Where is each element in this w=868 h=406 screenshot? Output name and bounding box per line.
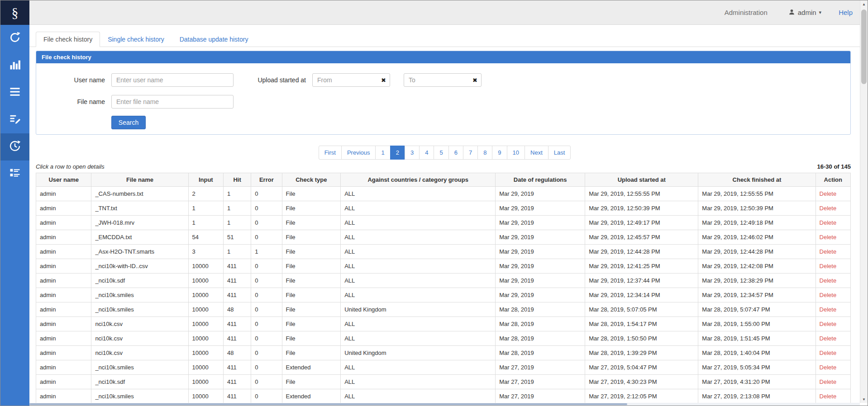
table-row[interactable]: admin_nci10k.sdf100004110FileALLMar 27, … [36, 375, 851, 389]
delete-link[interactable]: Delete [820, 205, 837, 212]
table-cell: _nci10k.sdf [91, 375, 188, 389]
sidebar-item-list[interactable] [0, 79, 29, 106]
page-button-5[interactable]: 5 [434, 146, 448, 160]
action-cell: Delete [816, 346, 850, 360]
action-cell: Delete [816, 187, 850, 201]
horizontal-scrollbar-thumb[interactable] [29, 403, 627, 405]
table-row[interactable]: admin_TNT.txt110FileALLMar 29, 2019Mar 2… [36, 201, 851, 216]
clear-from-icon[interactable]: ✖ [381, 77, 386, 83]
table-cell: _EMCDDA.txt [91, 230, 188, 245]
table-cell: 1 [188, 201, 223, 216]
table-cell: File [282, 201, 341, 216]
page-button-1[interactable]: 1 [375, 146, 390, 160]
user-name-input[interactable] [111, 73, 234, 87]
table-cell: Mar 27, 2019, 2:13:08 PM [698, 389, 816, 403]
table-cell: admin [36, 288, 91, 302]
sidebar-item-reports[interactable] [0, 161, 29, 188]
tab-database-update-history[interactable]: Database update history [172, 32, 256, 47]
delete-link[interactable]: Delete [820, 277, 837, 284]
tab-file-check-history[interactable]: File check history [36, 32, 100, 47]
page-button-3[interactable]: 3 [405, 146, 420, 160]
table-row[interactable]: adminnci10k.csv10000480FileUnited Kingdo… [36, 346, 851, 360]
page-button-6[interactable]: 6 [448, 146, 463, 160]
file-name-input[interactable] [111, 95, 234, 109]
sidebar-item-edit-list[interactable] [0, 106, 29, 133]
table-row[interactable]: admin_nci10k.smiles100004110ExtendedALLM… [36, 360, 851, 375]
table-cell: Mar 29, 2019, 12:50:39 PM [698, 201, 816, 216]
table-cell: 411 [223, 331, 251, 346]
vertical-scrollbar-thumb[interactable] [861, 9, 867, 84]
delete-link[interactable]: Delete [820, 219, 837, 226]
delete-link[interactable]: Delete [820, 190, 837, 197]
delete-link[interactable]: Delete [820, 234, 837, 241]
table-row[interactable]: admin_Asx-H2O-TNT.smarts311FileALLMar 29… [36, 245, 851, 259]
table-row[interactable]: admin_nci10k-with-ID..csv100004110FileAL… [36, 259, 851, 274]
table-cell: 0 [251, 317, 282, 331]
delete-link[interactable]: Delete [820, 349, 837, 356]
table-row[interactable]: admin_nci10k.smiles10000480FileUnited Ki… [36, 302, 851, 317]
table-cell: 0 [251, 302, 282, 317]
delete-link[interactable]: Delete [820, 393, 837, 400]
delete-link[interactable]: Delete [820, 335, 837, 342]
table-cell: Mar 27, 2019, 4:31:20 PM [698, 375, 816, 389]
search-button[interactable]: Search [111, 116, 146, 129]
page-button-next[interactable]: Next [525, 146, 548, 160]
delete-link[interactable]: Delete [820, 378, 837, 385]
table-cell: 10000 [188, 375, 223, 389]
table-row[interactable]: admin_nci10k.smiles100004110ExtendedALLM… [36, 389, 851, 403]
table-cell: 411 [223, 360, 251, 375]
table-cell: Mar 28, 2019 [496, 346, 585, 360]
sidebar-item-refresh[interactable] [0, 25, 29, 52]
sidebar-item-check-history[interactable] [0, 133, 29, 161]
tab-single-check-history[interactable]: Single check history [100, 32, 172, 47]
table-cell: _nci10k.smiles [91, 302, 188, 317]
table-row[interactable]: admin_EMCDDA.txt54510FileALLMar 29, 2019… [36, 230, 851, 245]
delete-link[interactable]: Delete [820, 248, 837, 255]
action-cell: Delete [816, 259, 850, 274]
page-button-4[interactable]: 4 [419, 146, 434, 160]
table-cell: 10000 [188, 259, 223, 274]
table-row[interactable]: admin_nci10k.smiles100004110FileALLMar 2… [36, 288, 851, 302]
table-cell: ALL [341, 230, 496, 245]
table-row[interactable]: admin_CAS-numbers.txt210FileALLMar 29, 2… [36, 187, 851, 201]
table-cell: File [282, 346, 341, 360]
page-button-10[interactable]: 10 [507, 146, 525, 160]
administration-link[interactable]: Administration [725, 9, 768, 16]
table-cell: File [282, 216, 341, 230]
page-button-8[interactable]: 8 [477, 146, 492, 160]
table-row[interactable]: adminnci10k.csv100004110FileALLMar 28, 2… [36, 331, 851, 346]
vertical-scrollbar[interactable]: ▲ ▼ [860, 0, 868, 403]
app-logo-icon[interactable]: § [0, 0, 29, 25]
page-button-7[interactable]: 7 [463, 146, 478, 160]
help-link[interactable]: Help [839, 9, 853, 16]
table-row[interactable]: adminnci10k.csv100004110FileALLMar 28, 2… [36, 317, 851, 331]
sidebar-item-statistics[interactable] [0, 52, 29, 79]
date-from-input[interactable] [312, 73, 390, 87]
delete-link[interactable]: Delete [820, 321, 837, 327]
horizontal-scrollbar[interactable] [29, 403, 860, 406]
table-cell: Mar 27, 2019 [496, 389, 585, 403]
column-header: Check finished at [698, 173, 816, 187]
table-cell: United Kingdom [341, 302, 496, 317]
table-row[interactable]: admin_nci10k.sdf100004110FileALLMar 29, … [36, 274, 851, 288]
delete-link[interactable]: Delete [820, 263, 837, 269]
clear-to-icon[interactable]: ✖ [472, 77, 477, 83]
page-button-previous[interactable]: Previous [341, 146, 376, 160]
bar-chart-icon [9, 58, 21, 73]
user-menu[interactable]: admin ▾ [788, 9, 821, 17]
scroll-up-icon[interactable]: ▲ [860, 0, 868, 8]
date-to-input[interactable] [404, 73, 482, 87]
delete-link[interactable]: Delete [820, 292, 837, 298]
page-button-9[interactable]: 9 [492, 146, 507, 160]
table-cell: ALL [341, 331, 496, 346]
page-button-2[interactable]: 2 [390, 146, 405, 160]
scroll-down-icon[interactable]: ▼ [860, 396, 868, 403]
table-cell: 1 [188, 216, 223, 230]
page-button-first[interactable]: First [319, 146, 342, 160]
form-row-actions: Search [36, 116, 850, 129]
delete-link[interactable]: Delete [820, 364, 837, 371]
table-row[interactable]: admin_JWH-018.mrv110FileALLMar 29, 2019M… [36, 216, 851, 230]
page-button-last[interactable]: Last [548, 146, 571, 160]
table-cell: 3 [188, 245, 223, 259]
delete-link[interactable]: Delete [820, 306, 837, 313]
